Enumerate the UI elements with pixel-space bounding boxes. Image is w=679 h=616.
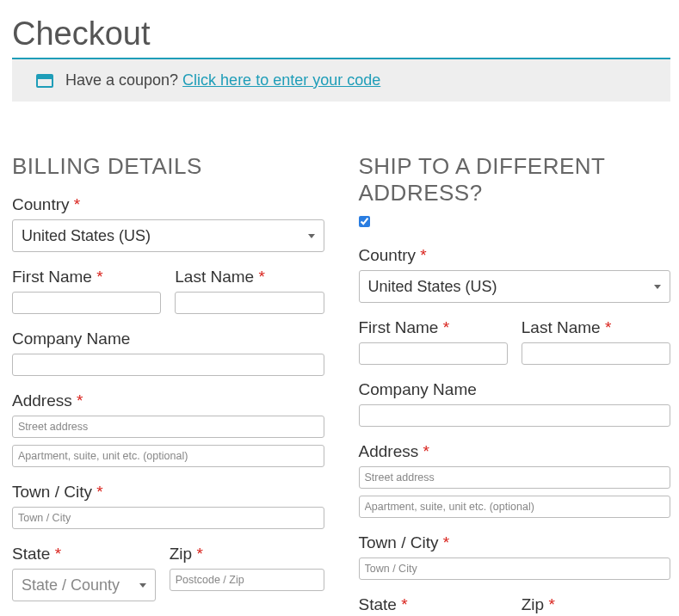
required-mark: * [443, 318, 449, 336]
billing-country-value: United States (US) [22, 227, 151, 245]
shipping-town-input[interactable] [359, 557, 671, 580]
billing-town-label: Town / City * [12, 483, 324, 502]
coupon-link[interactable]: Click here to enter your code [182, 71, 380, 89]
billing-first-name-input[interactable] [12, 292, 161, 314]
shipping-zip-label: Zip * [522, 595, 670, 614]
shipping-column: SHIP TO A DIFFERENT ADDRESS? Country * U… [359, 153, 671, 616]
required-mark: * [258, 268, 264, 286]
page-title: Checkout [12, 15, 670, 52]
required-mark: * [548, 595, 554, 613]
required-mark: * [96, 268, 102, 286]
chevron-down-icon [308, 234, 315, 238]
required-mark: * [77, 391, 83, 410]
billing-company-label: Company Name [12, 330, 324, 348]
billing-zip-input[interactable] [170, 569, 324, 591]
billing-last-name-input[interactable] [175, 292, 324, 314]
required-mark: * [196, 545, 202, 563]
required-mark: * [420, 246, 426, 264]
shipping-country-value: United States (US) [368, 278, 497, 296]
shipping-last-name-label: Last Name * [522, 318, 670, 337]
coupon-notice: Have a coupon? Click here to enter your … [12, 58, 670, 102]
shipping-last-name-input[interactable] [522, 342, 670, 365]
billing-country-label: Country * [12, 195, 324, 214]
billing-address-label: Address * [12, 391, 324, 410]
billing-country-select[interactable]: United States (US) [12, 219, 324, 252]
billing-column: BILLING DETAILS Country * United States … [12, 153, 324, 616]
billing-last-name-label: Last Name * [175, 268, 324, 286]
required-mark: * [605, 318, 611, 336]
shipping-address-label: Address * [359, 442, 671, 461]
billing-first-name-label: First Name * [12, 268, 161, 286]
required-mark: * [96, 483, 102, 501]
required-mark: * [55, 545, 61, 563]
billing-company-input[interactable] [12, 354, 324, 376]
coupon-prompt: Have a coupon? [65, 71, 182, 89]
billing-state-placeholder: State / County [22, 576, 120, 594]
shipping-town-label: Town / City * [359, 533, 671, 552]
ship-different-checkbox[interactable] [359, 216, 370, 227]
billing-state-label: State * [12, 545, 156, 564]
billing-town-input[interactable] [12, 507, 324, 529]
shipping-heading: SHIP TO A DIFFERENT ADDRESS? [359, 153, 671, 206]
shipping-address1-input[interactable] [359, 466, 671, 489]
shipping-country-select[interactable]: United States (US) [359, 270, 671, 303]
billing-address1-input[interactable] [12, 416, 324, 438]
coupon-icon [36, 74, 53, 88]
shipping-company-label: Company Name [359, 380, 671, 399]
billing-zip-label: Zip * [170, 545, 324, 564]
billing-heading: BILLING DETAILS [12, 153, 324, 180]
shipping-company-input[interactable] [359, 404, 671, 427]
chevron-down-icon [654, 285, 661, 289]
billing-state-select[interactable]: State / County [12, 569, 156, 601]
shipping-address2-input[interactable] [359, 496, 671, 518]
required-mark: * [423, 442, 429, 460]
shipping-state-label: State * [359, 595, 508, 614]
coupon-text: Have a coupon? Click here to enter your … [65, 71, 380, 89]
billing-address2-input[interactable] [12, 445, 324, 467]
required-mark: * [401, 595, 407, 613]
required-mark: * [443, 533, 449, 551]
shipping-country-label: Country * [359, 246, 671, 265]
chevron-down-icon [139, 583, 146, 588]
shipping-first-name-label: First Name * [359, 318, 508, 337]
shipping-first-name-input[interactable] [359, 342, 508, 365]
required-mark: * [74, 195, 80, 213]
